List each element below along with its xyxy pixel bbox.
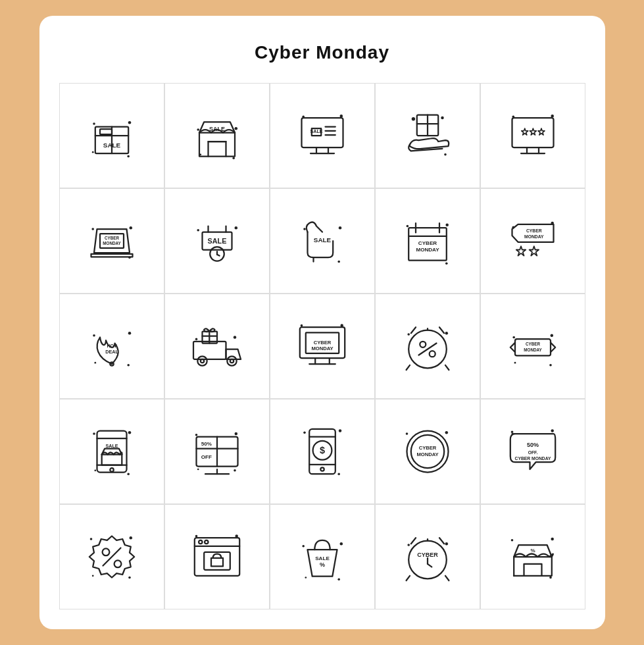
svg-point-82 (200, 359, 203, 363)
svg-point-37 (551, 115, 554, 118)
svg-point-169 (235, 534, 238, 538)
svg-text:SALE: SALE (103, 142, 120, 149)
icon-alarm-percent (375, 294, 480, 399)
icon-delivery-hand (375, 83, 480, 188)
svg-point-114 (549, 364, 552, 367)
svg-point-119 (110, 468, 113, 471)
icon-monitor-sale: SALE (270, 83, 375, 188)
svg-point-80 (197, 356, 207, 365)
svg-text:%: % (530, 548, 535, 554)
svg-point-189 (551, 538, 554, 541)
svg-point-55 (338, 226, 341, 230)
icon-alarm-cyber: CYBER (375, 504, 480, 609)
svg-point-132 (195, 434, 197, 436)
svg-text:CYBER MONDAY: CYBER MONDAY (514, 456, 551, 461)
icon-calendar-cyber-monday: CYBER MONDAY (375, 188, 480, 294)
svg-rect-1 (100, 129, 112, 134)
icon-delivery-truck-gift (164, 294, 270, 399)
icon-mobile-dollar: $ (270, 399, 375, 504)
icon-laptop-cyber-monday: CYBER MONDAY (59, 188, 164, 294)
svg-point-173 (339, 542, 343, 546)
svg-rect-167 (204, 552, 230, 570)
svg-point-113 (550, 334, 553, 338)
svg-point-159 (89, 538, 92, 540)
svg-point-104 (420, 342, 426, 348)
svg-point-166 (205, 540, 208, 544)
svg-point-108 (445, 332, 448, 335)
svg-line-158 (103, 548, 120, 566)
svg-text:CYBER: CYBER (313, 340, 331, 346)
svg-point-123 (127, 473, 130, 475)
svg-point-142 (303, 431, 306, 434)
svg-text:OFF.: OFF. (528, 450, 537, 455)
svg-line-103 (445, 365, 449, 370)
svg-point-175 (305, 577, 307, 579)
svg-text:DEAL: DEAL (105, 349, 118, 355)
svg-point-185 (407, 544, 410, 546)
svg-line-180 (406, 576, 409, 580)
svg-line-181 (445, 576, 449, 580)
svg-point-54 (303, 228, 306, 230)
svg-marker-35 (537, 128, 544, 135)
svg-line-179 (439, 538, 444, 544)
svg-text:CYBER: CYBER (104, 236, 118, 240)
icon-mobile-store: SALE (59, 399, 164, 504)
svg-point-190 (549, 577, 552, 579)
svg-point-107 (407, 333, 410, 336)
svg-text:$: $ (319, 445, 324, 455)
svg-text:SALE: SALE (209, 126, 224, 132)
svg-text:MONDAY: MONDAY (416, 247, 439, 253)
svg-point-78 (94, 362, 96, 364)
svg-point-43 (128, 256, 131, 259)
svg-point-122 (128, 431, 131, 434)
svg-text:MONDAY: MONDAY (103, 241, 121, 245)
svg-point-6 (91, 151, 93, 153)
svg-point-172 (302, 545, 305, 548)
svg-point-115 (514, 362, 516, 364)
svg-text:SALE: SALE (310, 128, 322, 134)
svg-text:SALE: SALE (105, 443, 118, 449)
icon-store-percent: % (480, 504, 585, 609)
icon-sale-sign-clock: SALE (164, 188, 270, 294)
svg-line-184 (428, 564, 432, 567)
icon-grid: SALE SALE (59, 83, 585, 609)
icon-sale-store: SALE (164, 83, 270, 188)
svg-point-112 (512, 336, 515, 339)
svg-text:CYBER: CYBER (526, 228, 541, 233)
svg-point-12 (199, 153, 201, 155)
svg-point-11 (232, 157, 235, 159)
svg-line-101 (439, 327, 444, 333)
svg-point-121 (93, 432, 95, 435)
svg-text:SALE: SALE (313, 236, 331, 244)
icon-monitor-cyber-monday: CYBER MONDAY (270, 294, 375, 399)
svg-point-77 (127, 364, 130, 367)
svg-text:SALE: SALE (315, 555, 330, 561)
svg-point-139 (320, 467, 324, 471)
svg-text:CYBER: CYBER (525, 342, 539, 346)
svg-text:HOT: HOT (107, 343, 117, 349)
svg-point-63 (406, 225, 409, 228)
svg-point-150 (445, 431, 448, 434)
svg-marker-69 (529, 246, 538, 255)
svg-text:MONDAY: MONDAY (524, 348, 542, 352)
svg-text:50%: 50% (201, 441, 211, 447)
svg-text:MONDAY: MONDAY (311, 346, 333, 351)
svg-point-4 (128, 121, 131, 124)
svg-point-154 (510, 431, 513, 434)
svg-point-162 (91, 575, 93, 577)
icon-tag-cyber-monday: CYBER MONDAY (480, 294, 585, 399)
svg-line-106 (418, 344, 436, 355)
icon-circle-cyber-monday: CYBER MONDAY (375, 399, 480, 504)
svg-line-100 (410, 327, 415, 333)
svg-text:SALE: SALE (207, 237, 226, 245)
svg-rect-29 (512, 118, 553, 147)
icon-fifty-off-sign: 50% OFF (164, 399, 270, 504)
svg-text:%: % (319, 561, 324, 568)
svg-point-96 (300, 324, 303, 327)
svg-line-102 (406, 365, 409, 370)
icon-shopping-bag-sale: % SALE (270, 504, 375, 609)
svg-point-75 (93, 334, 95, 337)
svg-point-83 (230, 359, 233, 363)
svg-text:MONDAY: MONDAY (524, 234, 544, 239)
svg-point-168 (195, 535, 197, 538)
